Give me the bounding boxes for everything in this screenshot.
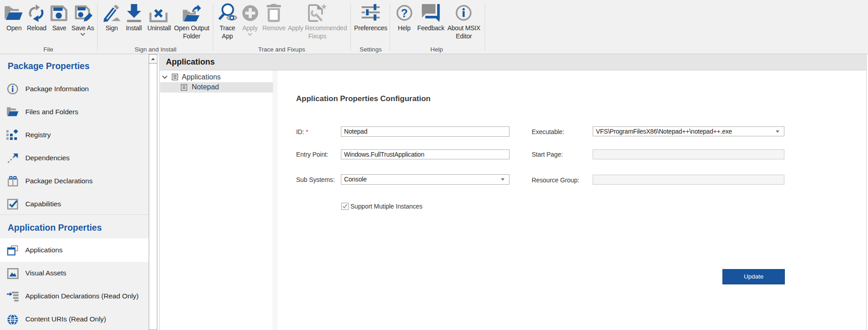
svg-text:?: ? xyxy=(401,7,408,19)
